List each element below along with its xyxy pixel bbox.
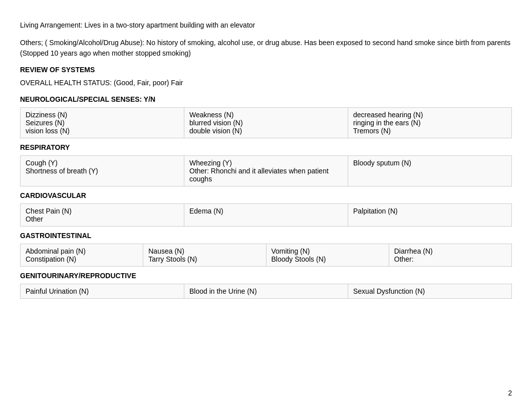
- gastrointestinal-header: GASTROINTESTINAL: [20, 232, 512, 240]
- gi-col1: Abdominal pain (N)Constipation (N): [21, 244, 143, 267]
- others-paragraph: Others; ( Smoking/Alcohol/Drug Abuse): N…: [20, 38, 512, 59]
- living-arrangement: Living Arrangement: Lives in a two-story…: [20, 20, 512, 31]
- cardio-col1: Chest Pain (N)Other: [21, 204, 184, 227]
- gastrointestinal-table: Abdominal pain (N)Constipation (N) Nause…: [20, 244, 512, 267]
- gi-col3: Vomiting (N)Bloody Stools (N): [266, 244, 389, 267]
- respiratory-header: RESPIRATORY: [20, 143, 512, 151]
- gi-col4: Diarrhea (N)Other:: [389, 244, 511, 267]
- table-row: Cough (Y)Shortness of breath (Y) Wheezin…: [21, 156, 512, 186]
- gyn-col3: Sexual Dysfunction (N): [348, 284, 512, 299]
- resp-col1: Cough (Y)Shortness of breath (Y): [21, 156, 184, 186]
- cardio-col3: Palpitation (N): [348, 204, 512, 227]
- genitourinary-header: GENITOURINARY/REPRODUCTIVE: [20, 272, 512, 280]
- gyn-col2: Blood in the Urine (N): [184, 284, 348, 299]
- overall-health: OVERALL HEALTH STATUS: (Good, Fair, poor…: [20, 78, 512, 88]
- table-row: Chest Pain (N)Other Edema (N) Palpitatio…: [21, 204, 512, 227]
- table-row: Painful Urination (N) Blood in the Urine…: [21, 284, 512, 299]
- genitourinary-table: Painful Urination (N) Blood in the Urine…: [20, 284, 512, 299]
- cardiovascular-table: Chest Pain (N)Other Edema (N) Palpitatio…: [20, 203, 512, 227]
- table-row: Dizziness (N)Seizures (N)vision loss (N)…: [21, 108, 512, 138]
- neurological-header: NEUROLOGICAL/SPECIAL SENSES: Y/N: [20, 95, 512, 103]
- neurological-table: Dizziness (N)Seizures (N)vision loss (N)…: [20, 107, 512, 138]
- gi-col2: Nausea (N)Tarry Stools (N): [143, 244, 266, 267]
- gyn-col1: Painful Urination (N): [21, 284, 184, 299]
- review-header: REVIEW OF SYSTEMS: [20, 66, 512, 74]
- neuro-col2: Weakness (N)blurred vision (N)double vis…: [184, 108, 348, 138]
- page-number: 2: [508, 389, 512, 397]
- cardio-col2: Edema (N): [184, 204, 348, 227]
- resp-col3: Bloody sputum (N): [348, 156, 512, 186]
- neuro-col1: Dizziness (N)Seizures (N)vision loss (N): [21, 108, 184, 138]
- neuro-col3: decreased hearing (N)ringing in the ears…: [348, 108, 512, 138]
- table-row: Abdominal pain (N)Constipation (N) Nause…: [21, 244, 512, 267]
- cardiovascular-header: CARDIOVASCULAR: [20, 191, 512, 199]
- resp-col2: Wheezing (Y)Other: Rhonchi and it allevi…: [184, 156, 348, 186]
- respiratory-table: Cough (Y)Shortness of breath (Y) Wheezin…: [20, 155, 512, 186]
